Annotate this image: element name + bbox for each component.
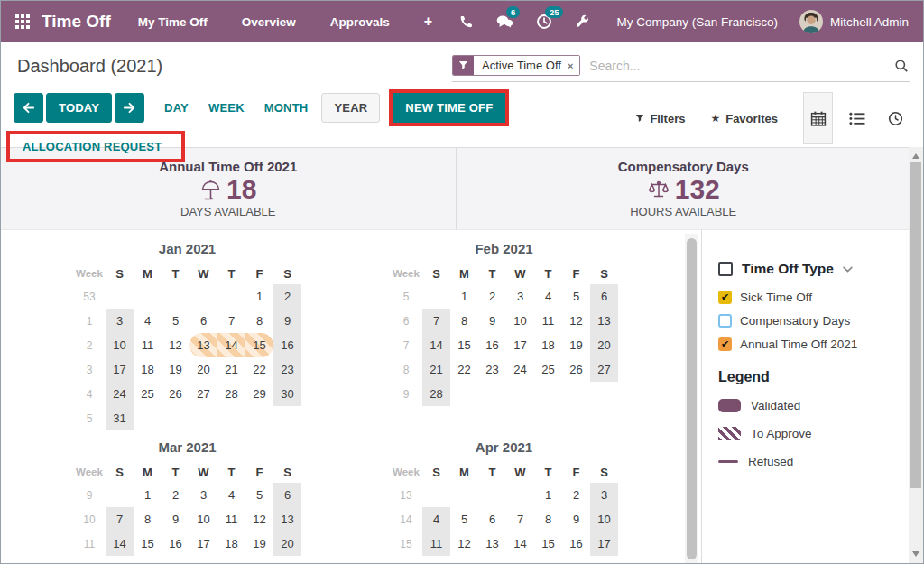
day-cell[interactable]: 5 xyxy=(562,284,590,309)
day-cell[interactable]: 14 xyxy=(217,333,245,357)
apps-menu-button[interactable] xyxy=(15,14,30,29)
day-cell[interactable]: 11 xyxy=(422,532,450,556)
day-cell[interactable]: 10 xyxy=(106,333,134,357)
company-switcher[interactable]: My Company (San Francisco) xyxy=(616,15,778,29)
day-cell[interactable]: 16 xyxy=(273,333,301,357)
day-cell[interactable]: 17 xyxy=(189,532,217,556)
day-cell[interactable]: 1 xyxy=(245,284,273,309)
day-cell[interactable]: 24 xyxy=(506,357,534,382)
prev-button[interactable] xyxy=(14,93,43,123)
day-cell[interactable]: 23 xyxy=(478,357,506,382)
day-cell[interactable]: 14 xyxy=(506,532,534,556)
day-cell[interactable]: 28 xyxy=(422,382,450,406)
day-cell[interactable]: 8 xyxy=(450,309,478,333)
day-cell[interactable]: 5 xyxy=(450,507,478,532)
day-cell[interactable] xyxy=(450,483,478,507)
day-cell[interactable]: 6 xyxy=(478,507,506,532)
day-cell[interactable]: 6 xyxy=(590,284,618,309)
new-time-off-button[interactable]: NEW TIME OFF xyxy=(393,93,505,123)
day-cell[interactable]: 10 xyxy=(506,309,534,333)
day-cell[interactable] xyxy=(217,406,245,430)
day-cell[interactable]: 13 xyxy=(189,333,217,357)
day-cell[interactable]: 10 xyxy=(590,507,618,532)
day-cell[interactable]: 2 xyxy=(562,483,590,507)
top-menu-item-approvals[interactable]: Approvals xyxy=(330,15,390,29)
day-cell[interactable]: 22 xyxy=(245,357,273,382)
day-cell[interactable]: 13 xyxy=(590,309,618,333)
day-cell[interactable]: 12 xyxy=(450,532,478,556)
list-view-button[interactable] xyxy=(842,92,872,144)
day-cell[interactable]: 5 xyxy=(162,309,189,333)
calendar-scrollbar[interactable] xyxy=(685,234,698,563)
day-cell[interactable]: 19 xyxy=(562,333,590,357)
day-cell[interactable]: 13 xyxy=(478,532,506,556)
day-cell[interactable] xyxy=(106,284,134,309)
day-cell[interactable]: 15 xyxy=(450,333,478,357)
day-cell[interactable]: 7 xyxy=(506,507,534,532)
day-cell[interactable]: 4 xyxy=(217,483,245,507)
scrollbar-thumb[interactable] xyxy=(910,162,921,488)
day-cell[interactable]: 21 xyxy=(217,357,245,382)
day-cell[interactable]: 25 xyxy=(534,357,562,382)
day-cell[interactable]: 27 xyxy=(189,382,217,406)
scrollbar-down-arrow[interactable] xyxy=(912,551,919,557)
day-cell[interactable]: 18 xyxy=(217,532,245,556)
search-icon[interactable] xyxy=(894,59,909,73)
scale-month-button[interactable]: MONTH xyxy=(254,93,319,123)
day-cell[interactable]: 15 xyxy=(534,532,562,556)
calendar-scrollbar-thumb[interactable] xyxy=(687,238,697,559)
app-title[interactable]: Time Off xyxy=(42,12,111,32)
tools-button[interactable] xyxy=(574,14,591,31)
day-cell[interactable]: 21 xyxy=(422,357,450,382)
day-cell[interactable]: 22 xyxy=(450,357,478,382)
day-cell[interactable]: 20 xyxy=(590,333,618,357)
day-cell[interactable]: 11 xyxy=(534,309,562,333)
day-cell[interactable]: 9 xyxy=(478,309,506,333)
day-cell[interactable]: 15 xyxy=(134,532,162,556)
day-cell[interactable]: 9 xyxy=(562,507,590,532)
day-cell[interactable]: 7 xyxy=(217,309,245,333)
day-cell[interactable]: 25 xyxy=(134,382,162,406)
day-cell[interactable]: 12 xyxy=(245,507,273,532)
day-cell[interactable] xyxy=(422,483,450,507)
facet-remove-button[interactable]: × xyxy=(568,56,579,75)
phone-button[interactable] xyxy=(457,14,475,31)
day-cell[interactable]: 13 xyxy=(273,507,301,532)
day-cell[interactable]: 3 xyxy=(189,483,217,507)
timeoff-type-all-checkbox[interactable] xyxy=(718,262,733,276)
day-cell[interactable]: 8 xyxy=(134,507,162,532)
type-checkbox[interactable]: ✔ xyxy=(718,337,732,351)
day-cell[interactable]: 4 xyxy=(534,284,562,309)
day-cell[interactable]: 3 xyxy=(590,483,618,507)
day-cell[interactable]: 16 xyxy=(562,532,590,556)
timeoff-type-sick-time-off[interactable]: ✔ Sick Time Off xyxy=(718,291,910,304)
day-cell[interactable] xyxy=(478,483,506,507)
timeoff-type-filter-header[interactable]: Time Off Type xyxy=(718,261,910,277)
day-cell[interactable]: 3 xyxy=(106,309,134,333)
day-cell[interactable]: 15 xyxy=(245,333,273,357)
day-cell[interactable]: 19 xyxy=(245,532,273,556)
day-cell[interactable]: 4 xyxy=(134,309,162,333)
day-cell[interactable]: 1 xyxy=(534,483,562,507)
day-cell[interactable]: 10 xyxy=(189,507,217,532)
day-cell[interactable] xyxy=(106,483,134,507)
day-cell[interactable]: 14 xyxy=(106,532,134,556)
search-input[interactable]: Search... xyxy=(589,59,885,73)
day-cell[interactable]: 9 xyxy=(162,507,189,532)
day-cell[interactable]: 17 xyxy=(506,333,534,357)
day-cell[interactable]: 17 xyxy=(590,532,618,556)
day-cell[interactable]: 12 xyxy=(562,309,590,333)
day-cell[interactable]: 8 xyxy=(534,507,562,532)
messages-button[interactable]: 6 xyxy=(496,14,513,31)
day-cell[interactable]: 28 xyxy=(217,382,245,406)
day-cell[interactable] xyxy=(562,382,590,406)
user-menu[interactable]: Mitchell Admin xyxy=(799,10,909,33)
day-cell[interactable] xyxy=(162,284,189,309)
search-facet-active-time-off[interactable]: Active Time Off × xyxy=(452,55,580,76)
calendar-view-button[interactable] xyxy=(803,92,833,144)
next-button[interactable] xyxy=(115,93,144,123)
day-cell[interactable] xyxy=(134,284,162,309)
day-cell[interactable]: 19 xyxy=(162,357,189,382)
day-cell[interactable] xyxy=(506,483,534,507)
filters-dropdown[interactable]: Filters xyxy=(635,112,685,125)
